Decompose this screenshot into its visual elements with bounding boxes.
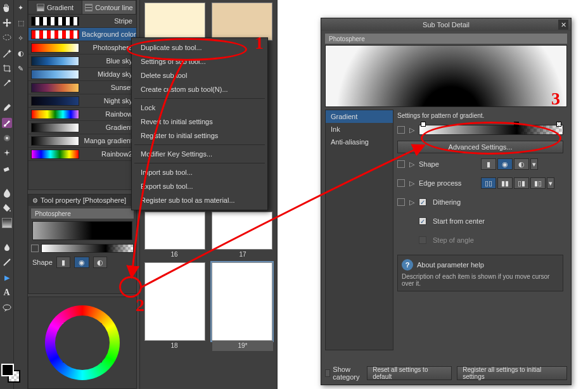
- category-list[interactable]: GradientInkAnti-aliasing: [325, 110, 393, 350]
- subtool-icon[interactable]: ⬚: [16, 18, 26, 28]
- line-tool-icon[interactable]: [2, 257, 12, 267]
- fill-tool-icon[interactable]: [2, 203, 12, 213]
- menu-item[interactable]: Duplicate sub tool...: [132, 41, 267, 54]
- balloon-tool-icon[interactable]: [2, 303, 12, 313]
- eye-toggle-icon[interactable]: [397, 198, 405, 206]
- pen-tool-icon[interactable]: [2, 103, 12, 113]
- gradient-tool-icon[interactable]: [2, 218, 12, 228]
- page-thumb[interactable]: [144, 212, 205, 250]
- dithering-checkbox[interactable]: ✓: [419, 198, 426, 206]
- show-category-checkbox[interactable]: [325, 369, 330, 377]
- shape-linear-button[interactable]: ▮: [56, 257, 70, 268]
- page-thumb[interactable]: [212, 3, 272, 41]
- edge-more-button[interactable]: ▾: [547, 177, 554, 189]
- menu-item[interactable]: Modifier Key Settings...: [132, 147, 267, 161]
- page-thumb[interactable]: [144, 3, 205, 41]
- gradient-list[interactable]: StripeBackground color stripePhotosphere…: [29, 15, 136, 189]
- category-item[interactable]: Anti-aliasing: [326, 136, 393, 148]
- gradient-preset-row[interactable]: Photosphere: [29, 41, 136, 54]
- decoration-tool-icon[interactable]: [2, 148, 12, 158]
- expand-icon[interactable]: ▷: [409, 179, 415, 188]
- crop-tool-icon[interactable]: [2, 63, 12, 73]
- gradient-preset-label: Rainbow2: [82, 150, 136, 158]
- eye-toggle-icon[interactable]: [397, 179, 405, 187]
- edge-opt-button[interactable]: ▮▯: [530, 177, 546, 189]
- page-thumb[interactable]: [212, 212, 272, 250]
- eraser-tool-icon[interactable]: [2, 163, 12, 174]
- gradient-preset-row[interactable]: Rainbow: [29, 108, 136, 121]
- gradient-preset-row[interactable]: Blue sky: [29, 54, 136, 68]
- gradient-preset-row[interactable]: Background color stripe: [29, 28, 136, 41]
- edge-opt-button[interactable]: ▯▯: [481, 177, 496, 189]
- gradient-preset-row[interactable]: Night sky: [29, 94, 136, 108]
- shape-radial-button[interactable]: ◉: [74, 257, 89, 268]
- shape-tool-icon[interactable]: ▶: [2, 272, 12, 283]
- menu-item[interactable]: Import sub tool...: [132, 165, 267, 179]
- gradient-slider[interactable]: [41, 244, 134, 253]
- edge-opt-button[interactable]: ▮▮: [497, 177, 513, 189]
- shape-more-button[interactable]: ▾: [530, 158, 538, 170]
- subtool-name-field[interactable]: Photosphere: [325, 34, 567, 44]
- close-button[interactable]: ✕: [558, 20, 568, 30]
- gradient-preset-row[interactable]: Rainbow2: [29, 148, 136, 161]
- airbrush-tool-icon[interactable]: [2, 133, 12, 143]
- shape-ellipse-button[interactable]: ◐: [514, 158, 529, 170]
- menu-item[interactable]: Register to initial settings: [132, 129, 267, 143]
- wand-tool-icon[interactable]: [2, 48, 12, 58]
- page-thumb[interactable]: [144, 262, 205, 341]
- gradient-stop[interactable]: [556, 122, 561, 127]
- menu-item[interactable]: Settings of sub tool...: [132, 54, 267, 68]
- gradient-editor-bar[interactable]: [419, 125, 563, 135]
- brush-tool-icon[interactable]: [2, 118, 12, 128]
- blur-tool-icon[interactable]: [2, 242, 12, 252]
- move-tool-icon[interactable]: [2, 18, 12, 28]
- start-from-center-checkbox[interactable]: ✓: [419, 217, 426, 225]
- menu-item[interactable]: Revert to initial settings: [132, 115, 267, 129]
- register-initial-button[interactable]: Register all settings to initial setting…: [457, 366, 567, 380]
- hand-tool-icon[interactable]: [2, 3, 12, 13]
- shape-radial-button[interactable]: ◉: [497, 158, 513, 170]
- edge-opt-button[interactable]: ▯▮: [514, 177, 529, 189]
- color-wheel[interactable]: [45, 305, 120, 380]
- eye-toggle-icon[interactable]: [397, 160, 405, 168]
- shape-linear-button[interactable]: ▮: [481, 158, 496, 170]
- expand-icon[interactable]: ▷: [409, 198, 415, 207]
- lasso-tool-icon[interactable]: [2, 33, 12, 43]
- menu-item[interactable]: Create custom sub tool(N)...: [132, 82, 267, 96]
- color-square[interactable]: [63, 323, 102, 362]
- subtool-icon[interactable]: ✧: [16, 33, 26, 43]
- tab-gradient[interactable]: Gradient: [29, 1, 82, 14]
- fg-bg-color-swatch[interactable]: [1, 364, 24, 380]
- category-item[interactable]: Gradient: [326, 110, 393, 123]
- gradient-preset-row[interactable]: Stripe: [29, 15, 136, 28]
- show-category-label: Show category: [333, 366, 362, 381]
- reset-defaults-button[interactable]: Reset all settings to default: [367, 366, 452, 380]
- expand-icon[interactable]: ▷: [409, 126, 415, 134]
- blend-tool-icon[interactable]: [2, 188, 12, 198]
- eye-toggle-icon[interactable]: [31, 245, 39, 252]
- gradient-preset-row[interactable]: Sunset: [29, 81, 136, 94]
- shape-ellipse-button[interactable]: ◐: [93, 257, 107, 268]
- menu-item[interactable]: Delete sub tool: [132, 68, 267, 82]
- menu-item[interactable]: Export sub tool...: [132, 179, 267, 193]
- tab-contour[interactable]: Contour line: [82, 1, 136, 14]
- page-thumb[interactable]: [212, 262, 272, 341]
- eyedropper-icon[interactable]: [2, 79, 12, 89]
- fg-color-icon[interactable]: [1, 364, 14, 376]
- title-bar[interactable]: Sub Tool Detail ✕: [321, 18, 571, 31]
- expand-icon[interactable]: ▷: [409, 160, 415, 169]
- subtool-icon[interactable]: ✦: [16, 3, 26, 13]
- gradient-stop[interactable]: [421, 122, 426, 127]
- subtool-icon[interactable]: ◐: [16, 48, 26, 58]
- advanced-settings-button[interactable]: Advanced Settings...: [397, 141, 563, 153]
- menu-item[interactable]: Register sub tool as material...: [132, 193, 267, 207]
- subtool-icon[interactable]: ✎: [16, 63, 26, 73]
- text-tool-icon[interactable]: A: [2, 288, 12, 298]
- menu-item[interactable]: Lock: [132, 101, 267, 115]
- gradient-preset-row[interactable]: Gradient: [29, 121, 136, 134]
- eye-toggle-icon[interactable]: [397, 126, 405, 134]
- gradient-preset-row[interactable]: Midday sky: [29, 68, 136, 81]
- gradient-stop[interactable]: [514, 122, 519, 127]
- gradient-preset-row[interactable]: Manga gradient: [29, 134, 136, 148]
- category-item[interactable]: Ink: [326, 123, 393, 136]
